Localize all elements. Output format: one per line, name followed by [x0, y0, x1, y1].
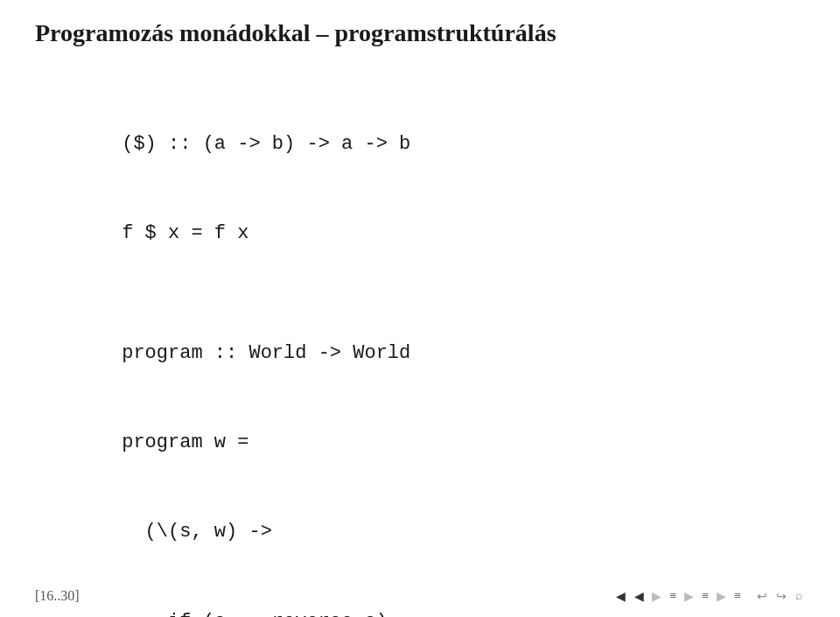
navigation-controls[interactable]: ◀ ◀ ▶ ≡ ▶ ≡ ▶ ≡ ↩ ↪ ⌕ — [613, 587, 805, 606]
slide-number: [16..30] — [35, 588, 80, 604]
nav-refresh-left-icon[interactable]: ↩ — [754, 587, 770, 606]
nav-separator-2: ▶ — [682, 589, 696, 604]
nav-refresh-right-icon[interactable]: ↪ — [774, 587, 789, 606]
nav-eq-left-icon[interactable]: ≡ — [667, 587, 679, 605]
nav-separator-3: ▶ — [715, 589, 728, 604]
nav-group-left-icon[interactable]: ◀ — [632, 587, 647, 606]
nav-eq-right-icon[interactable]: ≡ — [699, 587, 711, 605]
nav-align-icon[interactable]: ≡ — [732, 587, 744, 605]
nav-first-left-icon[interactable]: ◀ — [613, 587, 628, 606]
nav-separator-1: ▶ — [650, 589, 663, 604]
code-line-4: program w = — [122, 431, 248, 453]
slide: Programozás monádokkal – programstruktúr… — [0, 0, 840, 617]
code-line-5: (\(s, w) -> — [122, 521, 272, 543]
slide-content: ($) :: (a -> b) -> a -> b f $ x = f x pr… — [0, 56, 840, 617]
nav-search-icon[interactable]: ⌕ — [793, 587, 805, 605]
code-line-3: program :: World -> World — [122, 342, 410, 364]
code-line-1: ($) :: (a -> b) -> a -> b — [122, 133, 410, 155]
code-block: ($) :: (a -> b) -> a -> b f $ x = f x pr… — [52, 100, 788, 617]
code-line-2: f $ x = f x — [122, 222, 248, 244]
slide-header: Programozás monádokkal – programstruktúr… — [0, 0, 840, 56]
slide-title: Programozás monádokkal – programstruktúr… — [35, 19, 805, 47]
bottom-bar: [16..30] ◀ ◀ ▶ ≡ ▶ ≡ ▶ ≡ ↩ ↪ ⌕ — [0, 575, 840, 617]
